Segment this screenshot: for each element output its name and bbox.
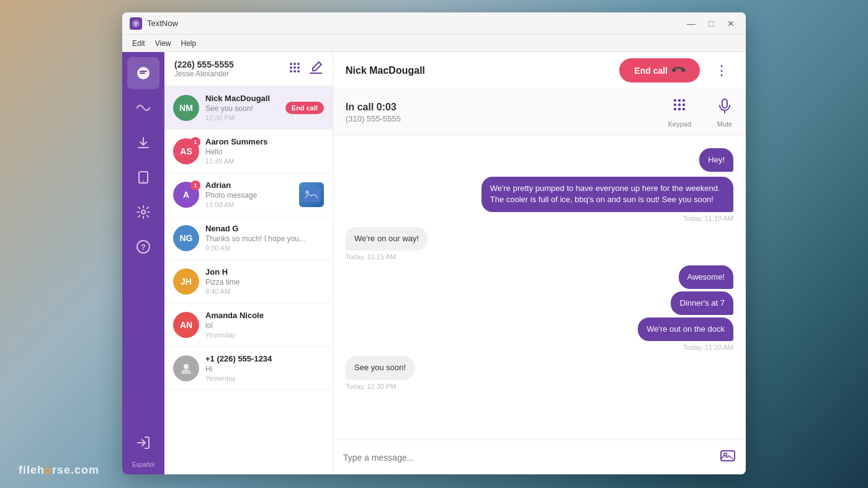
- menu-view[interactable]: View: [150, 37, 176, 50]
- photo-thumbnail: [299, 182, 324, 207]
- svg-point-4: [143, 180, 144, 182]
- user-phone: (226) 555-5555: [174, 60, 288, 69]
- conversations-list: NM Nick MacDougall See you soon! 12:30 P…: [164, 86, 333, 474]
- svg-point-27: [678, 108, 681, 110]
- chat-contact-name: Nick MacDougall: [346, 65, 619, 76]
- sidebar-item-download[interactable]: [127, 126, 159, 159]
- sidebar: ? Español: [122, 52, 164, 474]
- conv-info-jh: Jon H Pizza time 8:40 AM: [205, 267, 324, 295]
- sidebar-item-activity[interactable]: [127, 92, 159, 124]
- conv-info-an: Amanda Nicole lol Yesterday: [205, 311, 324, 339]
- svg-point-15: [293, 70, 296, 73]
- svg-point-20: [674, 99, 676, 102]
- menu-help[interactable]: Help: [176, 37, 201, 50]
- call-timer: In call 0:03: [346, 102, 668, 113]
- window-controls: — □ ✕: [684, 17, 738, 30]
- mute-action[interactable]: Mute: [716, 97, 733, 128]
- avatar-nm: NM: [173, 95, 199, 121]
- end-call-button[interactable]: End call 📞: [619, 58, 700, 82]
- message-bubble: Hey!: [699, 148, 733, 172]
- unread-badge-a: 1: [190, 180, 200, 190]
- message-input-area: [333, 440, 746, 474]
- app-title: TextNow: [147, 19, 684, 28]
- unread-badge-as: 1: [190, 137, 200, 147]
- app-logo: T: [130, 17, 142, 30]
- messages-list: Hey! We're pretty pumped to have everyon…: [333, 136, 746, 440]
- avatar-unknown: [173, 355, 199, 381]
- conversation-item-a[interactable]: A 1 Adrian Photo message 11:00 AM: [164, 173, 333, 216]
- svg-point-23: [674, 104, 676, 106]
- conversation-item-an[interactable]: AN Amanda Nicole lol Yesterday: [164, 303, 333, 347]
- sidebar-item-devices[interactable]: [127, 161, 159, 193]
- svg-point-16: [297, 70, 300, 73]
- conv-info-unknown: +1 (226) 555-1234 Hi Yesterday: [205, 354, 324, 382]
- call-actions: Keypad Mute: [668, 97, 733, 128]
- conversations-header: (226) 555-5555 Jesse Alexander: [164, 52, 333, 86]
- conversation-item-jh[interactable]: JH Jon H Pizza time 8:40 AM: [164, 260, 333, 303]
- svg-point-10: [297, 63, 300, 65]
- phone-hangup-icon: 📞: [670, 62, 687, 79]
- message-bubble: See you soon!: [346, 356, 414, 379]
- svg-point-22: [682, 99, 685, 102]
- svg-point-13: [297, 66, 300, 69]
- maximize-button[interactable]: □: [704, 17, 718, 30]
- menubar: Edit View Help: [122, 35, 746, 52]
- conversation-item-nm[interactable]: NM Nick MacDougall See you soon! 12:30 P…: [164, 86, 333, 130]
- chat-area: Nick MacDougall End call 📞 ⋮ In call 0:0…: [333, 52, 746, 474]
- message-timestamp: Today, 11:10 AM: [683, 215, 733, 222]
- message-timestamp: Today, 11:20 AM: [683, 344, 733, 351]
- mute-label: Mute: [717, 120, 732, 128]
- conversation-item-ng[interactable]: NG Nenad G Thanks so much! I hope you...…: [164, 216, 333, 260]
- svg-text:?: ?: [141, 242, 146, 252]
- message-group-onway: We're on our way! Today, 11:15 AM: [346, 227, 733, 260]
- user-info: (226) 555-5555 Jesse Alexander: [174, 60, 288, 78]
- avatar-a: A 1: [173, 182, 199, 208]
- svg-point-25: [682, 104, 685, 106]
- keypad-action[interactable]: Keypad: [668, 97, 691, 128]
- app-body: ? Español (226) 555-5555 Jesse Alexander: [122, 52, 746, 474]
- compose-button[interactable]: [309, 61, 323, 78]
- message-group-seeyou: See you soon! Today, 12:30 PM: [346, 356, 733, 389]
- message-bubble: Awesome!: [679, 265, 733, 289]
- call-info: In call 0:03 (310) 555-5555: [346, 102, 668, 123]
- message-bubble: Dinner's at 7: [671, 291, 733, 315]
- svg-point-28: [682, 108, 685, 110]
- chat-header: Nick MacDougall End call 📞 ⋮: [333, 52, 746, 89]
- end-call-badge: End call: [285, 102, 324, 114]
- conversation-item-unknown[interactable]: +1 (226) 555-1234 Hi Yesterday: [164, 347, 333, 390]
- svg-point-8: [290, 63, 292, 65]
- mute-icon: [716, 97, 733, 118]
- svg-point-19: [184, 364, 189, 369]
- menu-edit[interactable]: Edit: [127, 37, 150, 50]
- sidebar-language[interactable]: Español: [132, 461, 154, 474]
- conversation-item-as[interactable]: AS 1 Aaron Summers Hello 11:45 AM: [164, 130, 333, 173]
- message-input[interactable]: [343, 453, 720, 463]
- avatar-jh: JH: [173, 268, 199, 295]
- avatar-as: AS 1: [173, 138, 199, 164]
- svg-point-26: [674, 108, 676, 110]
- header-actions: [288, 61, 323, 78]
- keypad-button[interactable]: [288, 61, 302, 78]
- message-group-hey: Hey!: [346, 148, 733, 172]
- attach-image-button[interactable]: [720, 448, 736, 468]
- watermark: filehorse.com: [19, 464, 99, 477]
- close-button[interactable]: ✕: [723, 17, 738, 30]
- keypad-action-icon: [671, 97, 688, 118]
- message-timestamp: Today, 12:30 PM: [346, 383, 396, 390]
- sidebar-item-messages[interactable]: [127, 57, 159, 89]
- titlebar: T TextNow — □ ✕: [122, 12, 746, 35]
- minimize-button[interactable]: —: [684, 17, 699, 30]
- sidebar-item-settings[interactable]: [127, 196, 159, 228]
- app-window: T TextNow — □ ✕ Edit View Help: [122, 12, 746, 474]
- svg-point-12: [293, 66, 296, 69]
- sidebar-item-help[interactable]: ?: [127, 231, 159, 263]
- svg-point-5: [141, 210, 145, 214]
- keypad-label: Keypad: [668, 120, 691, 128]
- avatar-an: AN: [173, 312, 199, 338]
- sidebar-item-logout[interactable]: [127, 427, 159, 459]
- message-bubble: We're pretty pumped to have everyone up …: [481, 177, 733, 211]
- svg-point-18: [305, 190, 309, 194]
- call-number: (310) 555-5555: [346, 114, 668, 123]
- more-options-button[interactable]: ⋮: [710, 60, 733, 81]
- conv-info-nm: Nick MacDougall See you soon! 12:30 PM: [205, 94, 282, 122]
